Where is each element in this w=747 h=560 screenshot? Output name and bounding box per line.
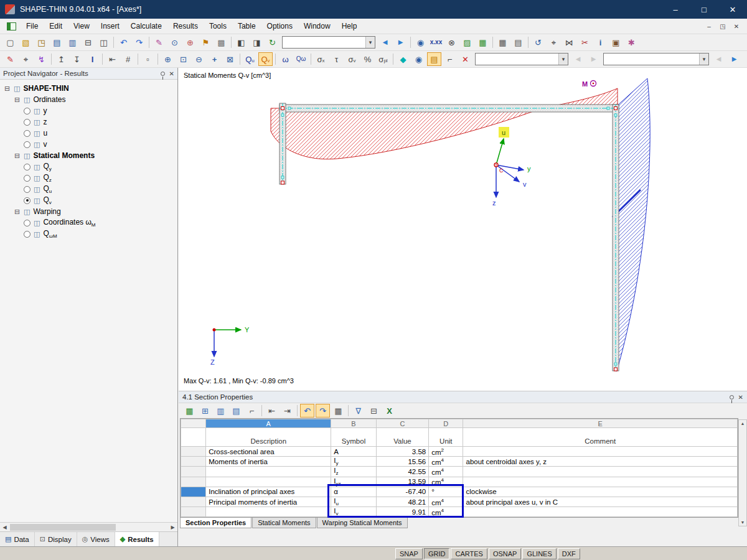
calculator-button[interactable]: ▦ [331,404,345,418]
radio-qy[interactable] [24,164,31,170]
chevron-down-icon[interactable]: ▾ [365,37,375,48]
nav-tab-views[interactable]: ◎Views [77,532,115,546]
cell-unit[interactable]: cm2 [429,447,463,457]
cell-value[interactable]: 42.55 [376,467,428,477]
delete-row-button[interactable]: ▥ [214,404,228,418]
cell-unit[interactable]: cm4 [429,497,463,506]
axes-button[interactable]: ⌖ [547,35,561,49]
status-toggle-dxf[interactable]: DXF [558,548,580,559]
fill-table-button[interactable]: ▤ [229,404,243,418]
redo-button[interactable]: ↷ [132,35,146,49]
first-row-button[interactable]: ⇤ [265,404,279,418]
import-button[interactable]: ◳ [34,35,49,49]
print-report-button[interactable]: ▤ [427,52,441,66]
select-window-button[interactable]: ▫ [141,52,155,66]
frame-button[interactable]: ⌐ [443,52,457,66]
cell-description[interactable]: Moments of inertia [206,457,331,467]
menu-window[interactable]: Window [298,19,336,33]
result-Qomega-button[interactable]: Qω [294,52,308,66]
tree-item-qy[interactable]: ◫Qy [0,161,177,172]
tab-warping-statical-moments[interactable]: Warping Statical Moments [317,518,408,528]
close-button[interactable]: ✕ [718,0,747,19]
zoom-out-button[interactable]: ⊖ [192,52,206,66]
cell-symbol[interactable]: Iu [331,497,376,506]
collapse-icon[interactable]: ⊟ [14,152,21,159]
cell-comment[interactable] [463,447,738,457]
grid-table-button[interactable]: ▦ [496,35,510,49]
zoom-in-button[interactable]: ⊕ [161,52,175,66]
menu-help[interactable]: Help [336,19,363,33]
last-row-button[interactable]: ⇥ [280,404,294,418]
mdi-close-button[interactable]: ✕ [731,23,742,30]
redo-button[interactable]: ↷ [316,404,330,418]
tree-item-qz[interactable]: ◫Qz [0,172,177,184]
insert-node-button[interactable]: I [85,52,100,66]
radio-qu[interactable] [24,186,31,193]
mirror-button[interactable]: ⋈ [562,35,576,49]
open-button[interactable]: ▧ [19,35,33,49]
zoom-extents-button[interactable]: ⊠ [223,52,237,66]
insert-row-button[interactable]: ⊞ [198,404,212,418]
cell-value[interactable]: 3.58 [376,447,428,457]
menu-insert[interactable]: Insert [95,19,125,33]
forward-button[interactable]: ▶ [393,35,408,49]
tab-statical-moments[interactable]: Statical Moments [252,518,316,528]
prev-case-button[interactable]: ◀ [712,52,726,66]
row-header[interactable] [181,497,206,506]
move-up-button[interactable]: ↥ [54,52,68,66]
menu-table[interactable]: Table [232,19,261,33]
mdi-restore-button[interactable]: ◳ [717,23,728,30]
row-header[interactable] [181,447,206,457]
cell-symbol[interactable]: Iy [331,457,376,467]
row-header[interactable] [181,457,206,467]
isolines-button[interactable]: ◆ [396,52,410,66]
cell-description[interactable] [206,477,331,487]
corner-button[interactable]: ⌐ [245,404,259,418]
print-button[interactable]: ⊟ [81,35,95,49]
node-marker[interactable] [281,181,284,184]
tree-item-q-m[interactable]: ◫QωM [0,228,177,240]
menu-tools[interactable]: Tools [204,19,232,33]
cell-symbol[interactable]: Iz [331,467,376,477]
table-vscrollbar[interactable]: ▲ ▼ [738,419,747,526]
collapse-icon[interactable]: ⊟ [14,96,21,103]
chevron-down-icon[interactable]: ▾ [699,54,708,65]
result-omega-button[interactable]: ω [278,52,293,66]
tree-item-v[interactable]: ◫v [0,139,177,150]
tree-item-warping[interactable]: ⊟◫Warping [0,206,177,217]
nav-tab-data[interactable]: ▤Data [0,532,35,546]
col-letter-c[interactable]: C [376,419,428,428]
cell-unit[interactable]: cm4 [429,507,463,517]
cell-symbol[interactable]: Iyz [331,477,376,487]
cell-comment[interactable] [463,477,738,487]
col-letter-a[interactable]: A [206,419,331,428]
menu-results[interactable]: Results [167,19,204,33]
mdi-minimize-button[interactable]: – [703,23,715,30]
status-toggle-glines[interactable]: GLINES [522,548,556,559]
status-toggle-cartes[interactable]: CARTES [451,548,487,559]
radio-qz[interactable] [24,175,31,182]
cell-unit[interactable]: ° [429,487,463,497]
close-icon[interactable]: ✕ [738,394,743,401]
cell-unit[interactable]: cm4 [429,467,463,477]
decimal-places-button[interactable]: x.xx [429,35,443,49]
back-button[interactable]: ◀ [378,35,392,49]
navigator-hscrollbar[interactable]: ◀ ▶ [0,522,177,531]
measure-button[interactable]: ⌖ [19,52,33,66]
save-all-button[interactable]: ▥ [65,35,80,49]
close-icon[interactable]: ✕ [169,70,174,77]
view-graphic-button[interactable]: ◨ [250,35,264,49]
cell-description[interactable]: Cross-sectional area [206,447,331,457]
maximize-button[interactable]: □ [690,0,718,19]
radio-coordinates-m[interactable] [24,220,31,226]
col-letter-b[interactable]: B [331,419,376,428]
tree-item-qu[interactable]: ◫Qu [0,184,177,195]
prev-view-button[interactable]: ◀ [571,52,585,66]
snap-target-button[interactable]: ⊕ [183,35,197,49]
distribute-button[interactable]: # [121,52,135,66]
cell-comment[interactable]: clockwise [463,487,738,497]
undo-button[interactable]: ↶ [300,404,314,418]
cell-value[interactable]: 9.91 [376,507,428,517]
radio-qv[interactable] [24,197,31,204]
tab-section-properties[interactable]: Section Properties [180,518,251,528]
